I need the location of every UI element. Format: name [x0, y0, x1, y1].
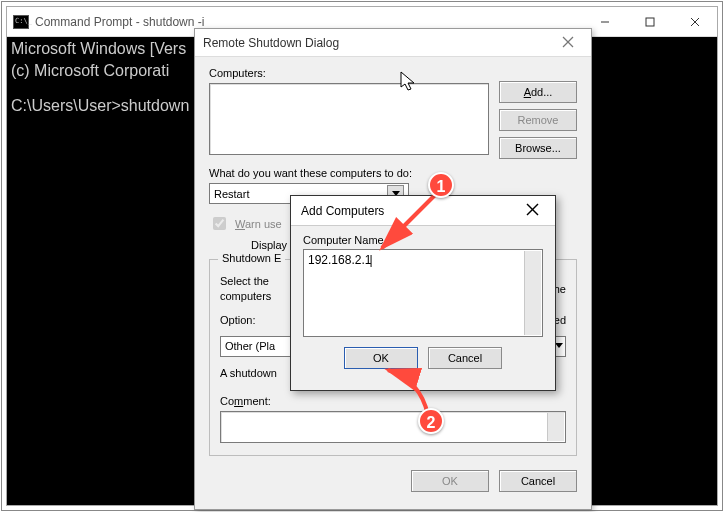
- ac-title: Add Computers: [301, 204, 384, 218]
- svg-marker-7: [555, 343, 563, 348]
- ac-close-button[interactable]: [520, 202, 545, 220]
- add-button[interactable]: Add...: [499, 81, 577, 103]
- svg-rect-1: [646, 18, 654, 26]
- ac-cancel-button[interactable]: Cancel: [428, 347, 502, 369]
- option-label: Option:: [220, 314, 255, 326]
- option-value: Other (Pla: [225, 340, 275, 352]
- computer-name-value: 192.168.2.1: [308, 253, 373, 267]
- browse-button[interactable]: Browse...: [499, 137, 577, 159]
- group-text-1: Select the: [220, 275, 269, 287]
- add-computers-dialog: Add Computers Computer Name 192.168.2.1 …: [290, 195, 556, 391]
- ac-ok-button[interactable]: OK: [344, 347, 418, 369]
- warn-checkbox: [213, 217, 226, 230]
- rsd-close-button[interactable]: [553, 34, 583, 51]
- cmd-icon: [13, 15, 29, 29]
- ac-titlebar: Add Computers: [291, 196, 555, 226]
- rsd-titlebar: Remote Shutdown Dialog: [195, 29, 591, 57]
- maximize-button[interactable]: [627, 7, 672, 36]
- cmd-title: Command Prompt - shutdown -i: [35, 15, 582, 29]
- comment-input[interactable]: [220, 411, 566, 443]
- rsd-cancel-button[interactable]: Cancel: [499, 470, 577, 492]
- rsd-ok-button: OK: [411, 470, 489, 492]
- comment-label: Comment:: [220, 395, 566, 407]
- rsd-title: Remote Shutdown Dialog: [203, 36, 339, 50]
- groupbox-title: Shutdown E: [218, 252, 285, 264]
- action-value: Restart: [214, 188, 249, 200]
- computer-name-input[interactable]: 192.168.2.1: [303, 249, 543, 337]
- cmd-line1: Microsoft Windows [Vers: [11, 40, 186, 57]
- computers-label: Computers:: [209, 67, 577, 79]
- warn-label: Warn use: [235, 218, 282, 230]
- computer-name-label: Computer Name: [303, 234, 543, 246]
- computers-list[interactable]: [209, 83, 489, 155]
- group-text-2: computers: [220, 290, 271, 302]
- action-label: What do you want these computers to do:: [209, 167, 577, 179]
- close-button[interactable]: [672, 7, 717, 36]
- remove-button: Remove: [499, 109, 577, 131]
